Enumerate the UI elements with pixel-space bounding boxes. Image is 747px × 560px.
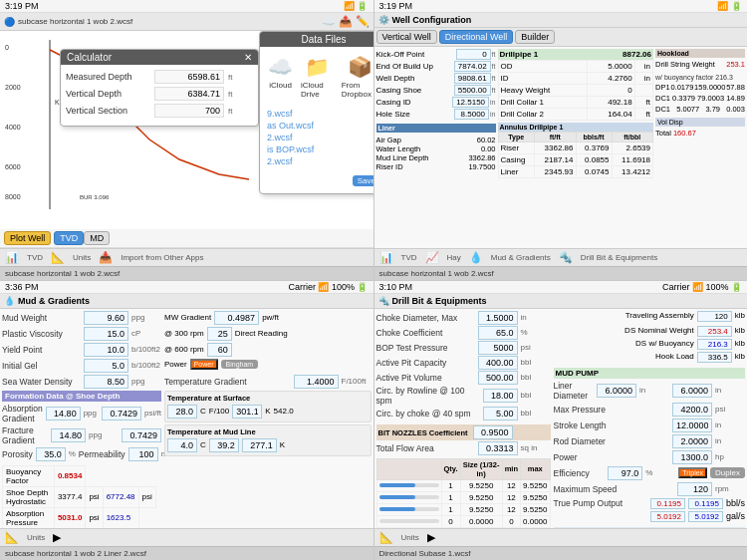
temp-k-input[interactable] <box>232 405 262 419</box>
calc-row-section: Vertical Section ft <box>66 104 253 118</box>
frac-grad-input[interactable] <box>51 428 86 442</box>
file-item-1[interactable]: as Out.wcsf <box>267 120 374 132</box>
temp-c-input[interactable] <box>167 405 197 419</box>
apv-input[interactable] <box>478 371 518 385</box>
dp1-val: 0.0179 <box>670 83 693 92</box>
calc-value-section[interactable] <box>154 104 224 118</box>
porosity-input[interactable] <box>36 447 66 461</box>
mudline-label: Mud Line Depth <box>376 153 429 162</box>
abs-grad-input2[interactable] <box>102 407 141 420</box>
choke-coeff-input[interactable] <box>478 326 518 340</box>
footer-units-icon-bl[interactable]: 📐 <box>5 531 19 544</box>
yp-input[interactable] <box>84 343 128 357</box>
total-label: Total <box>655 129 671 138</box>
temp-mudline-row: C K <box>167 438 369 452</box>
plot-well-btn[interactable]: Plot Well <box>4 231 51 245</box>
choke-diam-input[interactable] <box>478 311 518 325</box>
abs-grad-row: Absorption Gradient ppg psi/ft <box>2 404 161 423</box>
ann-casing-v2: 0.0855 <box>576 154 612 166</box>
footer-play-icon-bl[interactable]: ▶ <box>53 531 61 544</box>
footer-bar-bl: 📐 Units ▶ <box>0 528 374 546</box>
bingham-btn[interactable]: Bingham <box>221 360 259 369</box>
tab-vertical-well[interactable]: Vertical Well <box>376 30 437 44</box>
circ40-input[interactable] <box>483 407 518 420</box>
pv-input[interactable] <box>84 327 128 341</box>
calculator-body: Measured Depth ft Vertical Depth ft Vert… <box>61 65 258 126</box>
calc-value-vertical[interactable] <box>154 87 224 101</box>
footer-tvd-icon[interactable]: 📊 <box>5 251 19 264</box>
file-item-4[interactable]: 2.wcsf <box>267 155 374 167</box>
temp-ml-f-input[interactable] <box>209 438 239 452</box>
liner-diam-input[interactable] <box>597 384 636 398</box>
mwgrad-input[interactable] <box>214 311 259 325</box>
abs-grad-input[interactable] <box>46 407 81 420</box>
rod-diam-input[interactable] <box>672 434 712 448</box>
liner-diam-input2[interactable] <box>672 384 712 398</box>
bop-pres-input[interactable] <box>478 341 518 355</box>
gel-input[interactable] <box>84 359 128 373</box>
circ100-input[interactable] <box>483 389 518 403</box>
triplex-btn[interactable]: Triplex <box>678 467 707 478</box>
icloud-btn[interactable]: ☁️ iCloud <box>268 55 293 99</box>
save-button[interactable]: Save <box>353 175 374 186</box>
tab-builder[interactable]: Builder <box>515 30 555 44</box>
rpm600-input[interactable] <box>207 343 232 357</box>
max-speed-input[interactable] <box>677 482 712 496</box>
stroke-len-input[interactable] <box>672 419 712 432</box>
temp-grad-input[interactable] <box>294 375 339 389</box>
footer-drill-icon[interactable]: 🔩 <box>559 251 573 264</box>
circ100-label: Circ. by Rowline @ 100 spm <box>376 386 480 406</box>
apc-input[interactable] <box>478 356 518 370</box>
footer-play-icon-br[interactable]: ▶ <box>427 531 435 544</box>
footer-units-icon[interactable]: 📐 <box>51 251 65 264</box>
temp-ml-c-input[interactable] <box>167 438 197 452</box>
calc-value-measured[interactable] <box>154 70 224 84</box>
dropbox-btn[interactable]: 📦 From Dropbox <box>342 55 374 99</box>
swd-input[interactable] <box>84 375 128 389</box>
footer-mud-icon[interactable]: 💧 <box>469 251 483 264</box>
tab-directional-well[interactable]: Directional Well <box>439 30 513 44</box>
tab-md[interactable]: MD <box>84 231 110 245</box>
status-text-br: Directional Subase 1.wcsf <box>379 549 471 558</box>
top-right-panel: 3:19 PM 📶 🔋 ⚙️ Well Configuration Vertic… <box>374 0 748 280</box>
mud-pump-section: Traveling Assembly 120 klb DS Nominal We… <box>554 311 746 527</box>
file-item-0[interactable]: 9.wcsf <box>267 108 374 120</box>
file-item-3[interactable]: is BOP.wcsf <box>267 143 374 155</box>
footer-import-icon[interactable]: 📥 <box>99 251 113 264</box>
duplex-btn[interactable]: Duplex <box>710 467 745 478</box>
file-item-2[interactable]: 2.wcsf <box>267 132 374 143</box>
nozzle-coeff-input[interactable] <box>473 425 513 439</box>
tfa-input[interactable] <box>478 441 518 455</box>
footer-hay-icon[interactable]: 📈 <box>425 251 439 264</box>
footer-units-icon-br[interactable]: 📐 <box>379 531 393 544</box>
mud-weight-input[interactable] <box>84 311 128 325</box>
ann-row-casing: Casing 2187.14 0.0855 11.6918 <box>498 154 653 166</box>
mudline-row: Mud Line Depth 3362.86 <box>376 153 496 162</box>
rpm600-row: @ 600 rpm <box>164 343 372 357</box>
cloud-icon-tl: ☁️ <box>322 15 336 28</box>
icloud-drive-btn[interactable]: 📁 iCloud Drive <box>301 55 334 99</box>
max-speed-label: Maximum Speed <box>554 484 675 494</box>
nozzle-size-1: 9.5250 <box>460 491 502 503</box>
drillpipe-title: Drillpipe 1 <box>500 50 539 59</box>
nozzle-row-0: 1 9.5250 12 9.5250 <box>376 479 550 491</box>
tab-tvd[interactable]: TVD <box>54 231 84 245</box>
perm-input[interactable] <box>128 447 158 461</box>
calc-unit-vertical: ft <box>228 90 253 99</box>
power-input[interactable] <box>672 450 712 464</box>
frac-grad-input2[interactable] <box>122 428 161 442</box>
abs-pres-unit: psi <box>86 507 103 528</box>
calc-close[interactable]: ✕ <box>244 52 252 63</box>
max-speed-unit: rpm <box>715 484 745 493</box>
efficiency-input[interactable] <box>608 466 642 480</box>
casingid-row: Casing ID 12.5150 in <box>376 97 496 108</box>
power-btn[interactable]: Power <box>190 359 218 370</box>
holesize-unit: in <box>490 111 495 118</box>
porosity-row: Porosity % Permeability mD <box>2 447 161 461</box>
header-title: subcase horizontal 1 wob 2.wcsf <box>18 17 319 26</box>
max-pres-input[interactable] <box>672 403 712 417</box>
bf-value: 0.8534 <box>54 465 85 486</box>
temp-ml-k-input[interactable] <box>242 438 277 452</box>
footer-tvd-icon-tr[interactable]: 📊 <box>379 251 393 264</box>
rpm300-input[interactable] <box>207 327 232 341</box>
